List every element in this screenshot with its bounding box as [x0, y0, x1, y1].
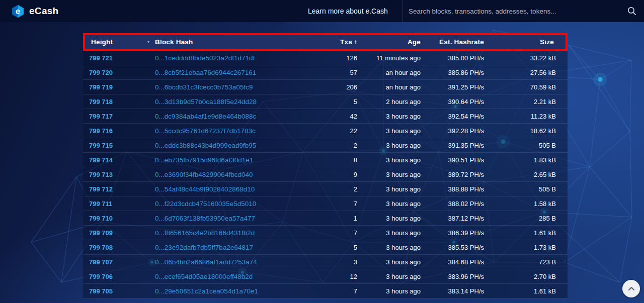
- learn-more-link[interactable]: Learn more about e.Cash: [308, 0, 388, 22]
- size-value: 2.21 kB: [534, 98, 556, 106]
- block-hash-link[interactable]: 0...3d13b9d57b0ca188f5e24dd28: [155, 98, 257, 106]
- block-height-link[interactable]: 799 721: [89, 54, 113, 62]
- size-value: 285 B: [539, 215, 556, 222]
- height-cell: 799 720: [83, 69, 155, 76]
- block-hash-link[interactable]: 0...1cedddd8bde5023a2df1d71df: [155, 54, 255, 62]
- block-hash-link[interactable]: 0...eddc3b88c43b4d999ead9fb95: [155, 142, 256, 149]
- column-header-size[interactable]: Size: [492, 38, 566, 46]
- hash-cell: 0...06b4bb2a6686af1add7253a74: [155, 258, 316, 266]
- txs-value: 12: [350, 273, 357, 280]
- age-cell: 3 hours ago: [359, 127, 427, 135]
- hashrate-value: 388.02 PH/s: [448, 200, 484, 208]
- block-height-link[interactable]: 799 715: [89, 142, 113, 149]
- block-height-link[interactable]: 799 717: [89, 113, 113, 120]
- txs-value: 42: [350, 113, 357, 120]
- age-cell: 3 hours ago: [359, 156, 427, 164]
- block-height-link[interactable]: 799 712: [89, 185, 113, 193]
- txs-value: 3: [354, 258, 357, 266]
- table-row: 799 7070...06b4bb2a6686af1add7253a7433 h…: [83, 255, 568, 269]
- hashrate-cell: 389.72 PH/s: [427, 171, 492, 178]
- block-height-link[interactable]: 799 720: [89, 69, 113, 76]
- table-row: 799 7130...e3690f34fb48299064fbcd04093 h…: [83, 167, 568, 182]
- txs-value: 8: [354, 156, 357, 164]
- column-header-txs[interactable]: Txs▲▼: [316, 38, 359, 46]
- block-hash-link[interactable]: 0...8cb5f21ebaa76d6944c267161: [155, 69, 256, 76]
- txs-cell: 57: [316, 69, 359, 76]
- table-row: 799 7170...dc9384ab4af1e9d8e464b088c423 …: [83, 109, 568, 124]
- block-height-link[interactable]: 799 708: [89, 244, 113, 251]
- block-hash-link[interactable]: 0...f8656165c4e2b8166d431fb2d: [155, 229, 255, 237]
- size-cell: 70.59 kB: [492, 83, 568, 91]
- block-height-link[interactable]: 799 713: [89, 171, 113, 178]
- block-hash-link[interactable]: 0...dc9384ab4af1e9d8e464b088c: [155, 113, 256, 120]
- block-height-link[interactable]: 799 719: [89, 83, 113, 91]
- block-hash-link[interactable]: 0...54af48c44b9f9028402868d10: [155, 185, 255, 193]
- age-cell: 2 hours ago: [359, 98, 427, 106]
- txs-cell: 126: [316, 54, 359, 62]
- txs-value: 7: [354, 229, 357, 237]
- txs-cell: 42: [316, 113, 359, 120]
- ecash-logo[interactable]: e eCash: [11, 5, 59, 18]
- search-icon[interactable]: [627, 6, 637, 16]
- column-header-est-hashrate[interactable]: Est. Hashrate: [427, 38, 492, 46]
- height-cell: 799 707: [83, 258, 155, 266]
- hashrate-value: 389.72 PH/s: [448, 171, 484, 178]
- block-hash-link[interactable]: 0...29e50651c2a1cea054d1a70e1: [155, 287, 258, 295]
- blocks-table: Height▼Block HashTxs▲▼AgeEst. HashrateSi…: [83, 33, 568, 298]
- block-hash-link[interactable]: 0...eb735fb7915d96fd6af30d1e1: [155, 156, 253, 164]
- height-cell: 799 713: [83, 171, 155, 178]
- txs-cell: 7: [316, 287, 359, 295]
- age-value: 3 hours ago: [386, 156, 421, 164]
- block-height-link[interactable]: 799 711: [89, 200, 112, 208]
- hashrate-cell: 385.53 PH/s: [427, 244, 492, 251]
- hashrate-cell: 392.54 PH/s: [427, 113, 492, 120]
- block-height-link[interactable]: 799 705: [89, 287, 113, 295]
- hashrate-value: 392.54 PH/s: [448, 113, 484, 120]
- txs-value: 22: [350, 127, 357, 135]
- table-row: 799 7210...1cedddd8bde5023a2df1d71df1261…: [83, 51, 568, 65]
- hash-cell: 0...e3690f34fb48299064fbcd040: [155, 171, 316, 178]
- height-cell: 799 711: [83, 200, 155, 208]
- hashrate-cell: 384.68 PH/s: [427, 258, 492, 266]
- age-cell: 3 hours ago: [359, 113, 427, 120]
- block-height-link[interactable]: 799 718: [89, 98, 113, 106]
- size-cell: 1.83 kB: [492, 156, 568, 164]
- block-hash-link[interactable]: 0...e3690f34fb48299064fbcd040: [155, 171, 253, 178]
- hash-cell: 0...eddc3b88c43b4d999ead9fb95: [155, 142, 316, 149]
- age-value: 3 hours ago: [386, 244, 421, 251]
- block-height-link[interactable]: 799 716: [89, 127, 113, 135]
- txs-cell: 1: [316, 215, 359, 222]
- block-hash-link[interactable]: 0...5ccdc95761d67237f7db1783c: [155, 127, 256, 135]
- search-input[interactable]: [408, 0, 609, 22]
- block-hash-link[interactable]: 0...23e92dafb7db5ff7ba2e64817: [155, 244, 253, 251]
- column-header-age[interactable]: Age: [359, 38, 427, 46]
- block-height-link[interactable]: 799 707: [89, 258, 113, 266]
- block-hash-link[interactable]: 0...f22d3cdcb475160035e5d5010: [155, 200, 256, 208]
- column-header-block-hash[interactable]: Block Hash: [155, 38, 316, 46]
- column-label: Block Hash: [155, 38, 193, 46]
- column-header-height[interactable]: Height▼: [85, 38, 155, 46]
- block-hash-link[interactable]: 0...ecef654d05ae18000eff48b2d: [155, 273, 253, 280]
- hash-cell: 0...8cb5f21ebaa76d6944c267161: [155, 69, 316, 76]
- block-height-link[interactable]: 799 714: [89, 156, 113, 164]
- hashrate-cell: 388.02 PH/s: [427, 200, 492, 208]
- scroll-to-top-button[interactable]: [622, 280, 640, 297]
- block-height-link[interactable]: 799 709: [89, 229, 113, 237]
- size-cell: 1.61 kB: [492, 287, 568, 295]
- block-hash-link[interactable]: 0...6bcdb31c3fcecc0b753a05fc9: [155, 83, 253, 91]
- block-height-link[interactable]: 799 706: [89, 273, 113, 280]
- size-value: 2.65 kB: [534, 171, 556, 178]
- size-cell: 33.22 kB: [492, 54, 568, 62]
- hash-cell: 0...dc9384ab4af1e9d8e464b088c: [155, 113, 316, 120]
- hashrate-cell: 388.88 PH/s: [427, 185, 492, 193]
- age-cell: 3 hours ago: [359, 215, 427, 222]
- table-row: 799 7200...8cb5f21ebaa76d6944c26716157an…: [83, 65, 568, 80]
- height-cell: 799 716: [83, 127, 155, 135]
- hashrate-cell: 385.86 PH/s: [427, 69, 492, 76]
- block-hash-link[interactable]: 0...06b4bb2a6686af1add7253a74: [155, 258, 257, 266]
- hashrate-value: 392.28 PH/s: [448, 127, 484, 135]
- height-cell: 799 712: [83, 185, 155, 193]
- block-height-link[interactable]: 799 710: [89, 215, 113, 222]
- block-hash-link[interactable]: 0...6d7063f138fb53950ea57a477: [155, 215, 255, 222]
- txs-value: 2: [354, 142, 357, 149]
